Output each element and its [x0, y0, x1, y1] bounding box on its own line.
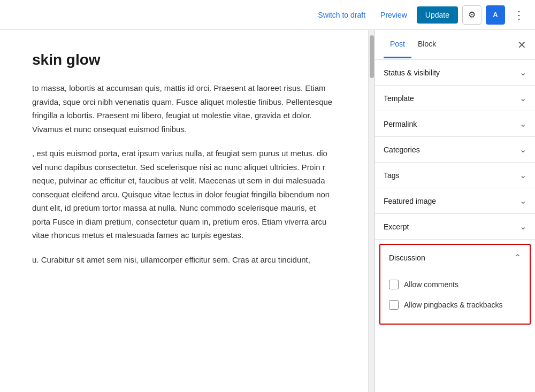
editor-paragraph-3: u. Curabitur sit amet sem nisi, ullamcor… — [32, 253, 336, 267]
accordion-label-permalink: Permalink — [384, 120, 417, 128]
scrollbar-track[interactable] — [368, 30, 374, 392]
preview-button[interactable]: Preview — [375, 7, 412, 22]
accordion-label-featured-image: Featured image — [384, 197, 436, 205]
more-options-button[interactable]: ⋮ — [509, 5, 529, 25]
user-avatar-button[interactable]: A — [486, 5, 505, 25]
allow-comments-label[interactable]: Allow comments — [404, 280, 458, 289]
chevron-down-icon-permalink: ⌄ — [519, 119, 526, 129]
accordion-categories: Categories ⌄ — [375, 137, 535, 163]
allow-pingbacks-label[interactable]: Allow pingbacks & trackbacks — [404, 301, 502, 309]
allow-comments-checkbox[interactable] — [389, 280, 399, 289]
update-button[interactable]: Update — [417, 6, 458, 24]
switch-to-draft-button[interactable]: Switch to draft — [312, 7, 371, 22]
accordion-header-categories[interactable]: Categories ⌄ — [375, 137, 535, 162]
editor-paragraph-2: , est quis euismod porta, erat ipsum var… — [32, 147, 336, 242]
tab-post[interactable]: Post — [384, 31, 411, 58]
avatar-label: A — [493, 11, 498, 19]
accordion-header-status-visibility[interactable]: Status & visibility ⌄ — [375, 60, 535, 85]
editor-paragraph-1: to massa, lobortis at accumsan quis, mat… — [32, 81, 336, 136]
sidebar-header: Post Block ✕ — [375, 30, 535, 60]
accordion-status-visibility: Status & visibility ⌄ — [375, 60, 535, 86]
post-heading: skin glow — [32, 51, 336, 68]
chevron-down-icon: ⌄ — [519, 67, 526, 78]
accordion-header-excerpt[interactable]: Excerpt ⌄ — [375, 214, 535, 239]
editor-area: skin glow to massa, lobortis at accumsan… — [0, 30, 368, 392]
accordion-template: Template ⌄ — [375, 86, 535, 111]
allow-comments-row: Allow comments — [389, 274, 521, 295]
accordion-label-categories: Categories — [384, 145, 420, 154]
chevron-down-icon-featured-image: ⌄ — [519, 196, 526, 206]
chevron-up-icon-discussion: ⌃ — [514, 252, 521, 263]
sidebar: Post Block ✕ Status & visibility ⌄ Templ… — [374, 30, 535, 392]
accordion-permalink: Permalink ⌄ — [375, 111, 535, 137]
gear-icon: ⚙ — [468, 10, 476, 20]
scrollbar-thumb[interactable] — [370, 35, 374, 78]
chevron-down-icon-excerpt: ⌄ — [519, 221, 526, 232]
chevron-down-icon-tags: ⌄ — [519, 170, 526, 180]
accordion-header-discussion[interactable]: Discussion ⌃ — [380, 245, 530, 270]
accordion-header-featured-image[interactable]: Featured image ⌄ — [375, 188, 535, 213]
allow-pingbacks-row: Allow pingbacks & trackbacks — [389, 295, 521, 315]
accordion-label-template: Template — [384, 94, 414, 103]
accordion-featured-image: Featured image ⌄ — [375, 188, 535, 214]
toolbar: Switch to draft Preview Update ⚙ A ⋮ — [0, 0, 535, 30]
discussion-body: Allow comments Allow pingbacks & trackba… — [380, 270, 530, 324]
settings-button[interactable]: ⚙ — [462, 5, 482, 25]
accordion-excerpt: Excerpt ⌄ — [375, 214, 535, 240]
accordion-label-status-visibility: Status & visibility — [384, 68, 440, 77]
chevron-down-icon-template: ⌄ — [519, 93, 526, 103]
accordion-header-template[interactable]: Template ⌄ — [375, 86, 535, 111]
more-icon: ⋮ — [514, 9, 525, 21]
accordion-label-discussion: Discussion — [389, 253, 425, 262]
allow-pingbacks-checkbox[interactable] — [389, 300, 399, 310]
accordion-label-excerpt: Excerpt — [384, 222, 409, 231]
accordion-label-tags: Tags — [384, 171, 400, 180]
sidebar-close-button[interactable]: ✕ — [517, 40, 526, 50]
accordion-tags: Tags ⌄ — [375, 163, 535, 188]
accordion-header-permalink[interactable]: Permalink ⌄ — [375, 111, 535, 136]
accordion-discussion: Discussion ⌃ Allow comments Allow pingba… — [379, 244, 531, 325]
tab-block[interactable]: Block — [411, 31, 442, 58]
chevron-down-icon-categories: ⌄ — [519, 144, 526, 155]
accordion-header-tags[interactable]: Tags ⌄ — [375, 163, 535, 188]
main-area: skin glow to massa, lobortis at accumsan… — [0, 30, 535, 392]
